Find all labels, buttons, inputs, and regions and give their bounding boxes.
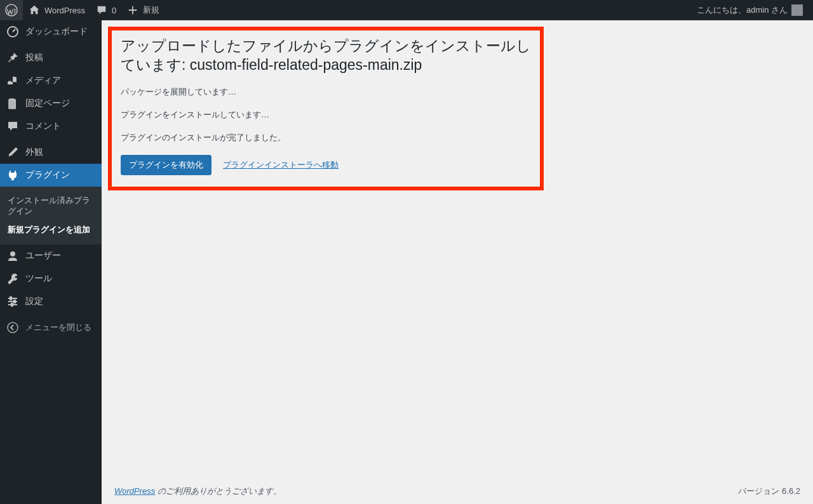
status-complete: プラグインのインストールが完了しました。	[121, 132, 531, 143]
activate-plugin-button[interactable]: プラグインを有効化	[121, 155, 212, 175]
plugin-icon	[6, 169, 19, 182]
sidebar-item-label: コメント	[25, 121, 61, 132]
admin-sidebar: ダッシュボード 投稿 メディア 固定ページ コメント 外観 プラ	[0, 20, 102, 504]
footer-thanks: WordPress のご利用ありがとうございます。	[114, 486, 281, 497]
comment-icon	[95, 4, 108, 17]
submenu-add-new-plugin[interactable]: 新規プラグインを追加	[0, 221, 102, 239]
sidebar-item-appearance[interactable]: 外観	[0, 141, 102, 164]
comments-menu[interactable]: 0	[90, 0, 121, 20]
sidebar-item-comments[interactable]: コメント	[0, 115, 102, 138]
brush-icon	[6, 146, 19, 159]
sidebar-item-label: 固定ページ	[25, 98, 70, 109]
sidebar-item-posts[interactable]: 投稿	[0, 46, 102, 69]
sidebar-item-label: ダッシュボード	[25, 26, 88, 37]
sidebar-item-users[interactable]: ユーザー	[0, 244, 102, 267]
plus-icon	[126, 4, 139, 17]
sidebar-item-label: ツール	[25, 273, 52, 284]
pin-icon	[6, 51, 19, 64]
media-icon	[6, 74, 19, 87]
sidebar-item-dashboard[interactable]: ダッシュボード	[0, 20, 102, 43]
greeting-text: こんにちは、admin さん	[697, 4, 788, 16]
sidebar-item-label: メディア	[25, 75, 61, 86]
footer-thanks-text: のご利用ありがとうございます。	[155, 486, 281, 496]
sidebar-item-label: ユーザー	[25, 250, 61, 262]
avatar	[791, 4, 803, 16]
dashboard-icon	[6, 25, 19, 38]
site-name-menu[interactable]: WordPress	[23, 0, 90, 20]
status-installing: プラグインをインストールしています…	[121, 109, 531, 121]
wp-logo-menu[interactable]	[0, 0, 23, 20]
home-icon	[28, 4, 41, 17]
svg-point-4	[8, 322, 18, 333]
account-menu[interactable]: こんにちは、admin さん	[692, 0, 808, 20]
user-icon	[6, 249, 19, 262]
sidebar-item-label: 投稿	[25, 52, 43, 63]
sidebar-item-pages[interactable]: 固定ページ	[0, 92, 102, 115]
sidebar-item-tools[interactable]: ツール	[0, 267, 102, 290]
sliders-icon	[6, 295, 19, 308]
comment-icon	[6, 120, 19, 133]
collapse-label: メニューを閉じる	[25, 322, 91, 333]
admin-footer: WordPress のご利用ありがとうございます。 バージョン 6.6.2	[102, 479, 813, 504]
return-to-installer-link[interactable]: プラグインインストーラへ移動	[223, 159, 339, 171]
footer-version: バージョン 6.6.2	[738, 486, 800, 497]
site-name-label: WordPress	[44, 6, 85, 15]
page-title: アップロードしたファイルからプラグインをインストールしています: custom-…	[121, 37, 531, 75]
submenu-installed-plugins[interactable]: インストール済みプラグイン	[0, 192, 102, 221]
sidebar-item-media[interactable]: メディア	[0, 69, 102, 92]
new-content-menu[interactable]: 新規	[121, 0, 165, 20]
page-icon	[6, 97, 19, 110]
footer-wp-link[interactable]: WordPress	[114, 486, 155, 496]
main-content: アップロードしたファイルからプラグインをインストールしています: custom-…	[102, 20, 813, 479]
sidebar-item-label: 外観	[25, 147, 43, 158]
sidebar-item-label: プラグイン	[25, 169, 70, 181]
sidebar-item-label: 設定	[25, 296, 43, 307]
svg-point-3	[10, 251, 15, 256]
collapse-menu-button[interactable]: メニューを閉じる	[0, 316, 102, 339]
sidebar-item-settings[interactable]: 設定	[0, 290, 102, 313]
comments-count: 0	[112, 6, 116, 15]
sidebar-item-plugins[interactable]: プラグイン	[0, 164, 102, 187]
admin-toolbar: WordPress 0 新規 こんにちは、admin さん	[0, 0, 813, 20]
status-unpacking: パッケージを展開しています…	[121, 86, 531, 98]
new-label: 新規	[143, 4, 159, 16]
install-status-panel: アップロードしたファイルからプラグインをインストールしています: custom-…	[108, 27, 544, 190]
wordpress-logo-icon	[5, 4, 18, 17]
collapse-icon	[6, 321, 19, 334]
plugins-submenu: インストール済みプラグイン 新規プラグインを追加	[0, 187, 102, 244]
wrench-icon	[6, 272, 19, 285]
